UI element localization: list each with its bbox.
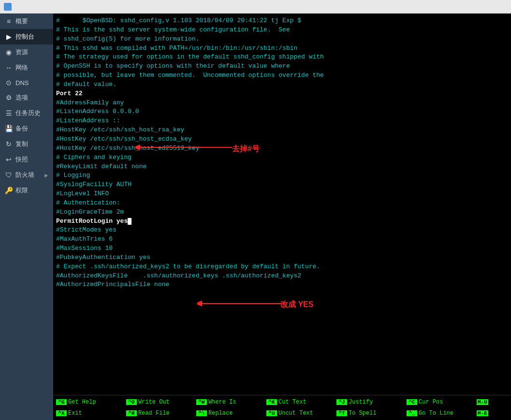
term-line: # OpenSSH is to specify options with the…: [56, 62, 508, 71]
snapshot-icon: ↩: [5, 156, 13, 163]
status-cmd-1-6[interactable]: M-E: [477, 410, 511, 417]
term-line: #LoginGraceTime 2m: [56, 208, 508, 217]
status-row-1: ^GGet Help^OWrite Out^WWhere Is^KCut Tex…: [56, 399, 508, 406]
status-cmd-0-4[interactable]: ^JJustify: [336, 399, 407, 406]
sidebar-item-snapshot[interactable]: ↩快照: [0, 152, 53, 167]
status-cmd-0-5[interactable]: ^CCur Pos: [407, 399, 477, 406]
summary-icon: ≡: [5, 17, 13, 25]
status-label: Where Is: [208, 399, 236, 406]
status-key: ^W: [196, 399, 207, 405]
term-line: #MaxAuthTries 6: [56, 235, 508, 244]
status-label: Replace: [208, 410, 233, 417]
status-key: ^X: [56, 410, 67, 416]
status-bar: ^GGet Help^OWrite Out^WWhere Is^KCut Tex…: [53, 395, 511, 420]
sidebar-label-console: 控制台: [15, 32, 34, 41]
term-line: # possible, but leave them commented. Un…: [56, 71, 508, 80]
status-label: Cur Pos: [419, 399, 443, 406]
firewall-icon: 🛡: [5, 171, 13, 179]
term-line: #HostKey /etc/ssh/ssh_host_rsa_key: [56, 126, 508, 135]
status-cmd-0-0[interactable]: ^GGet Help: [56, 399, 126, 406]
sidebar-label-dns: DNS: [15, 79, 29, 87]
sidebar-label-summary: 概要: [15, 17, 28, 26]
terminal-content: # $OpenBSD: sshd_config,v 1.103 2018/04/…: [56, 16, 508, 290]
sidebar-item-replicate[interactable]: ↻复制: [0, 136, 53, 152]
status-key: ^G: [56, 399, 67, 405]
term-line: #ListenAddress 0.0.0.0: [56, 107, 508, 116]
terminal-wrapper: # $OpenBSD: sshd_config,v 1.103 2018/04/…: [53, 14, 511, 420]
sidebar-label-options: 选项: [15, 93, 28, 102]
options-icon: ⚙: [5, 94, 13, 101]
term-line: #SyslogFacility AUTH: [56, 180, 508, 189]
term-line: PermitRootLogin yes: [56, 217, 508, 226]
term-line: # The strategy used for options in the d…: [56, 53, 508, 62]
term-line: #PubkeyAuthentication yes: [56, 253, 508, 262]
console-icon: ▶: [5, 33, 13, 41]
sidebar-item-summary[interactable]: ≡概要: [0, 14, 53, 29]
network-icon: ↔: [5, 64, 13, 72]
dns-icon: ⊙: [5, 79, 13, 87]
sidebar-item-firewall[interactable]: 🛡防火墙▶: [0, 167, 53, 183]
status-key: ^J: [336, 399, 347, 405]
status-cmd-1-3[interactable]: ^UUncut Text: [266, 410, 336, 417]
term-line: # sshd_config(5) for more information.: [56, 35, 508, 44]
main-layout: ≡概要▶控制台◉资源↔网络⊙DNS⚙选项☰任务历史💾备份↻复制↩快照🛡防火墙▶🔑…: [0, 14, 511, 420]
title-bar: [0, 0, 511, 14]
sidebar-item-taskhistory[interactable]: ☰任务历史: [0, 105, 53, 121]
text-cursor: [128, 218, 131, 225]
status-cmd-0-3[interactable]: ^KCut Text: [266, 399, 336, 406]
term-line: # Authentication:: [56, 199, 508, 208]
term-line: # Ciphers and keying: [56, 153, 508, 162]
status-cmd-1-4[interactable]: ^TTo Spell: [336, 410, 407, 417]
terminal[interactable]: # $OpenBSD: sshd_config,v 1.103 2018/04/…: [53, 14, 511, 395]
term-line: # This is the sshd server system-wide co…: [56, 26, 508, 35]
status-cmd-1-0[interactable]: ^XExit: [56, 410, 126, 417]
term-line: Port 22: [56, 89, 508, 99]
sidebar-label-snapshot: 快照: [15, 155, 28, 164]
status-cmd-1-1[interactable]: ^RRead File: [126, 410, 196, 417]
term-line: # Expect .ssh/authorized_keys2 to be dis…: [56, 262, 508, 272]
status-key: ^R: [126, 410, 137, 416]
status-key: ^U: [266, 410, 277, 416]
sidebar-item-options[interactable]: ⚙选项: [0, 90, 53, 105]
status-row-2: ^XExit^RRead File^\Replace^UUncut Text^T…: [56, 410, 508, 417]
annotation-change-yes: 改成 YES: [280, 300, 313, 310]
status-cmd-0-2[interactable]: ^WWhere Is: [196, 399, 266, 406]
perms-icon: 🔑: [5, 187, 13, 194]
status-cmd-1-5[interactable]: ^_Go To Line: [407, 410, 477, 417]
resources-icon: ◉: [5, 48, 13, 56]
sidebar-label-perms: 权限: [15, 186, 28, 195]
sidebar-item-dns[interactable]: ⊙DNS: [0, 75, 53, 90]
status-key: ^T: [336, 410, 347, 416]
term-line: #AuthorizedPrincipalsFile none: [56, 280, 508, 290]
term-line: #RekeyLimit default none: [56, 162, 508, 172]
sidebar-label-firewall: 防火墙: [15, 171, 34, 179]
status-cmd-1-2[interactable]: ^\Replace: [196, 410, 266, 417]
sidebar-label-replicate: 复制: [15, 140, 28, 148]
term-line: #StrictModes yes: [56, 226, 508, 235]
term-line: # Logging: [56, 171, 508, 180]
sidebar-item-network[interactable]: ↔网络: [0, 60, 53, 75]
sidebar-item-resources[interactable]: ◉资源: [0, 44, 53, 60]
status-label: Uncut Text: [278, 410, 313, 417]
term-line: #LogLevel INFO: [56, 189, 508, 199]
sidebar-label-network: 网络: [15, 63, 28, 72]
sidebar-label-taskhistory: 任务历史: [15, 109, 41, 117]
sidebar-item-console[interactable]: ▶控制台: [0, 29, 53, 44]
status-label: Cut Text: [278, 399, 307, 406]
status-key: ^_: [407, 410, 417, 416]
status-label: Write Out: [138, 399, 170, 406]
status-key: ^C: [407, 399, 417, 405]
sidebar-item-perms[interactable]: 🔑权限: [0, 183, 53, 198]
status-key: ^K: [266, 399, 277, 405]
status-cmd-0-6[interactable]: M-U: [477, 399, 511, 406]
term-line: # $OpenBSD: sshd_config,v 1.103 2018/04/…: [56, 16, 508, 26]
status-key: ^\: [196, 410, 207, 416]
status-key: M-U: [477, 399, 488, 405]
term-line: #AddressFamily any: [56, 99, 508, 108]
sidebar-arrow-firewall: ▶: [44, 173, 48, 178]
sidebar-item-backup[interactable]: 💾备份: [0, 121, 53, 136]
status-cmd-0-1[interactable]: ^OWrite Out: [126, 399, 196, 406]
term-line: #MaxSessions 10: [56, 244, 508, 253]
replicate-icon: ↻: [5, 140, 13, 148]
term-line: # This sshd was compiled with PATH=/usr/…: [56, 44, 508, 53]
